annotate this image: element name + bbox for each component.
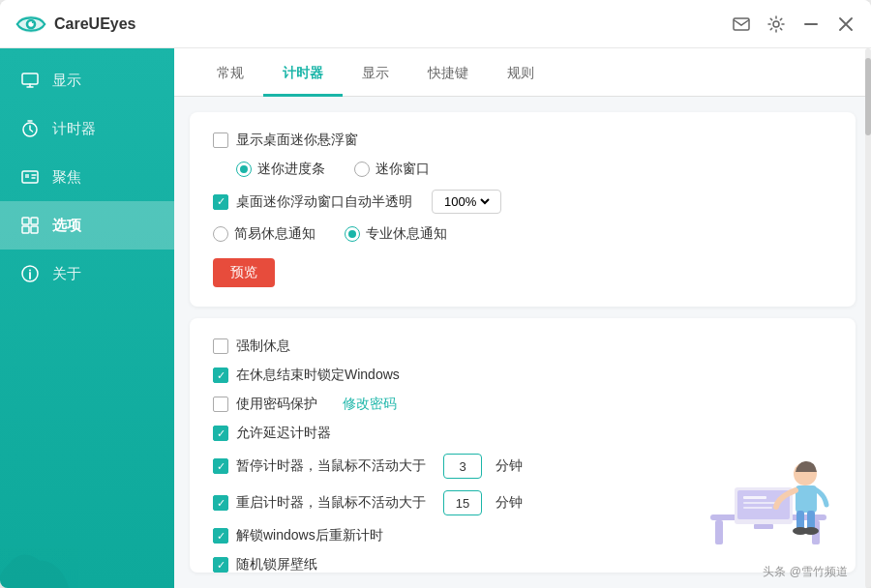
checkbox-lock-windows[interactable] bbox=[213, 368, 228, 383]
sidebar-item-options[interactable]: 选项 bbox=[0, 201, 174, 250]
checkbox-restart-timer-wrap[interactable]: 重启计时器，当鼠标不活动大于 bbox=[213, 494, 426, 512]
row-show-mini-float: 显示桌面迷你悬浮窗 bbox=[213, 132, 832, 149]
svg-rect-4 bbox=[734, 18, 749, 30]
checkbox-lock-windows-wrap[interactable]: 在休息结束时锁定Windows bbox=[213, 367, 400, 384]
restart-timer-label: 重启计时器，当鼠标不活动大于 bbox=[236, 494, 426, 512]
restart-timer-input[interactable] bbox=[443, 490, 482, 515]
sidebar-item-focus[interactable]: 聚焦 bbox=[0, 153, 174, 201]
radio-simple-notify-wrap[interactable]: 简易休息通知 bbox=[213, 225, 315, 243]
checkbox-unlock-restart-wrap[interactable]: 解锁windows后重新计时 bbox=[213, 527, 383, 544]
close-icon[interactable] bbox=[836, 15, 856, 34]
checkbox-use-password[interactable] bbox=[213, 397, 228, 412]
svg-point-3 bbox=[32, 21, 34, 23]
tab-display[interactable]: 显示 bbox=[343, 53, 408, 97]
checkbox-show-mini-float[interactable] bbox=[213, 132, 228, 148]
preview-button[interactable]: 预览 bbox=[213, 258, 275, 287]
card-break-settings: 强制休息 在休息结束时锁定Windows 使用密 bbox=[190, 318, 856, 573]
row-notify-type: 简易休息通知 专业休息通知 bbox=[213, 225, 832, 243]
radio-mini-window[interactable] bbox=[354, 162, 370, 177]
svg-rect-7 bbox=[22, 74, 38, 84]
about-icon bbox=[19, 263, 41, 284]
radio-pro-notify-wrap[interactable]: 专业休息通知 bbox=[345, 225, 447, 243]
checkbox-force-break[interactable] bbox=[213, 338, 228, 354]
title-bar: CareUEyes bbox=[0, 0, 871, 48]
pause-timer-input[interactable] bbox=[443, 454, 482, 479]
svg-rect-14 bbox=[31, 226, 38, 233]
mini-window-label: 迷你窗口 bbox=[375, 161, 430, 178]
svg-point-5 bbox=[773, 21, 779, 27]
row-mini-type: 迷你进度条 迷你窗口 bbox=[213, 161, 832, 178]
checkbox-allow-delay[interactable] bbox=[213, 426, 228, 441]
checkbox-pause-timer[interactable] bbox=[213, 458, 228, 474]
svg-rect-11 bbox=[22, 218, 29, 224]
checkbox-show-mini-float-wrap[interactable]: 显示桌面迷你悬浮窗 bbox=[213, 132, 358, 149]
checkbox-force-break-wrap[interactable]: 强制休息 bbox=[213, 338, 290, 355]
row-restart-timer: 重启计时器，当鼠标不活动大于 分钟 bbox=[213, 490, 832, 515]
checkbox-random-wallpaper[interactable] bbox=[213, 557, 228, 573]
sidebar-item-label-about: 关于 bbox=[52, 265, 81, 283]
pro-notify-label: 专业休息通知 bbox=[366, 225, 447, 243]
sidebar-item-label-options: 选项 bbox=[52, 217, 81, 235]
minimize-icon[interactable] bbox=[801, 15, 821, 34]
checkbox-pause-timer-wrap[interactable]: 暂停计时器，当鼠标不活动大于 bbox=[213, 457, 426, 475]
options-icon bbox=[19, 215, 41, 236]
sidebar-item-about[interactable]: 关于 bbox=[0, 250, 174, 298]
sidebar-item-display[interactable]: 显示 bbox=[0, 56, 174, 104]
mini-progress-label: 迷你进度条 bbox=[257, 161, 325, 178]
svg-rect-9 bbox=[22, 171, 38, 183]
sidebar: 显示 计时器 bbox=[0, 48, 174, 588]
svg-rect-6 bbox=[804, 23, 818, 25]
use-password-label: 使用密码保护 bbox=[236, 396, 317, 413]
tab-shortcuts[interactable]: 快捷键 bbox=[408, 53, 488, 97]
checkbox-use-password-wrap[interactable]: 使用密码保护 bbox=[213, 396, 317, 413]
radio-mini-progress-wrap[interactable]: 迷你进度条 bbox=[236, 161, 325, 178]
email-icon[interactable] bbox=[732, 15, 751, 34]
scroll-area[interactable]: 显示桌面迷你悬浮窗 迷你进度条 迷你窗口 bbox=[174, 97, 871, 588]
tab-timer[interactable]: 计时器 bbox=[263, 53, 343, 97]
sidebar-item-label-focus: 聚焦 bbox=[52, 168, 81, 187]
tab-rules[interactable]: 规则 bbox=[488, 53, 554, 97]
radio-pro-notify[interactable] bbox=[345, 226, 360, 242]
sidebar-item-label-display: 显示 bbox=[52, 72, 81, 90]
simple-notify-label: 简易休息通知 bbox=[234, 225, 315, 243]
scrollbar-track[interactable] bbox=[865, 48, 871, 588]
svg-rect-12 bbox=[31, 218, 38, 224]
app-title: CareUEyes bbox=[54, 15, 136, 33]
tab-general[interactable]: 常规 bbox=[197, 53, 263, 97]
row-auto-transparent: 桌面迷你浮动窗口自动半透明 100% 80% 60% bbox=[213, 190, 832, 214]
checkbox-allow-delay-wrap[interactable]: 允许延迟计时器 bbox=[213, 425, 331, 442]
svg-point-18 bbox=[0, 558, 37, 588]
random-wallpaper-label: 随机锁屏壁纸 bbox=[236, 556, 317, 573]
app-logo-icon bbox=[15, 9, 46, 40]
row-force-break: 强制休息 bbox=[213, 338, 832, 355]
svg-point-16 bbox=[29, 270, 31, 272]
opacity-select-wrap[interactable]: 100% 80% 60% bbox=[432, 190, 501, 214]
change-password-link[interactable]: 修改密码 bbox=[343, 396, 397, 413]
radio-mini-window-wrap[interactable]: 迷你窗口 bbox=[354, 161, 430, 178]
checkbox-restart-timer[interactable] bbox=[213, 495, 228, 511]
opacity-select[interactable]: 100% 80% 60% bbox=[440, 193, 493, 210]
lock-windows-label: 在休息结束时锁定Windows bbox=[236, 367, 400, 384]
tabs-bar: 常规 计时器 显示 快捷键 规则 bbox=[174, 48, 871, 97]
checkbox-random-wallpaper-wrap[interactable]: 随机锁屏壁纸 bbox=[213, 556, 317, 573]
svg-point-19 bbox=[18, 553, 78, 588]
sidebar-item-label-timer: 计时器 bbox=[52, 120, 96, 138]
settings-icon[interactable] bbox=[766, 15, 786, 34]
row-unlock-restart: 解锁windows后重新计时 bbox=[213, 527, 832, 544]
title-controls bbox=[732, 15, 856, 34]
card-mini-float: 显示桌面迷你悬浮窗 迷你进度条 迷你窗口 bbox=[190, 112, 856, 307]
svg-rect-10 bbox=[25, 174, 29, 178]
app-window: CareUEyes bbox=[0, 0, 871, 588]
radio-mini-progress[interactable] bbox=[236, 162, 252, 177]
radio-simple-notify[interactable] bbox=[213, 226, 228, 242]
scrollbar-thumb[interactable] bbox=[865, 58, 871, 135]
sidebar-item-timer[interactable]: 计时器 bbox=[0, 104, 174, 153]
checkbox-auto-transparent[interactable] bbox=[213, 194, 228, 210]
row-pause-timer: 暂停计时器，当鼠标不活动大于 分钟 bbox=[213, 454, 832, 479]
checkbox-unlock-restart[interactable] bbox=[213, 528, 228, 544]
row-use-password: 使用密码保护 修改密码 bbox=[213, 396, 832, 413]
unlock-restart-label: 解锁windows后重新计时 bbox=[236, 527, 383, 544]
force-break-label: 强制休息 bbox=[236, 338, 290, 355]
auto-transparent-label: 桌面迷你浮动窗口自动半透明 bbox=[236, 193, 412, 211]
checkbox-auto-transparent-wrap[interactable]: 桌面迷你浮动窗口自动半透明 bbox=[213, 193, 412, 211]
